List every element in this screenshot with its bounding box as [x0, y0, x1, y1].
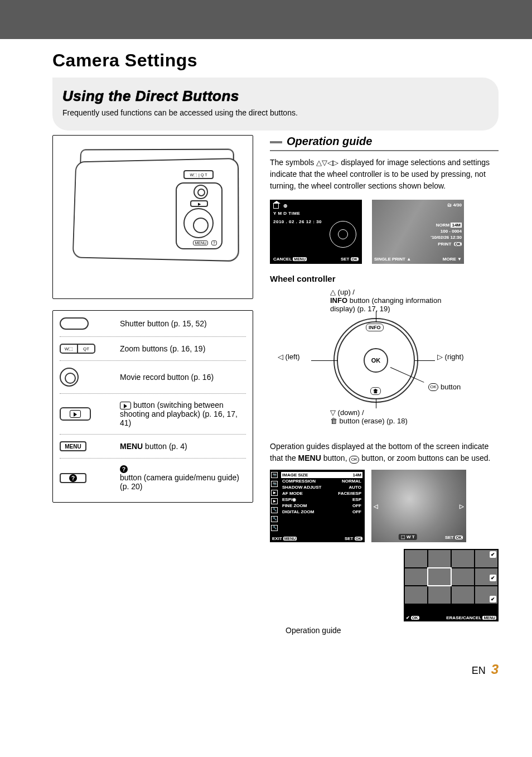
dial-icon [330, 221, 356, 248]
camera-illustration: W⬚ | Q T ▶ MENU? [60, 142, 246, 287]
wheel-left-label: ◁ (left) [278, 353, 300, 361]
wheel-diagram: △ (up) / INFO button (changing informati… [270, 288, 499, 433]
ok-inline-icon: OK [349, 456, 359, 464]
camera-play-icon: ▶ [190, 200, 208, 207]
shutter-icon [60, 317, 89, 330]
up-arrow-icon: ▲ [407, 257, 411, 262]
shutter-label: Shutter button (p. 15, 52) [120, 319, 246, 328]
operation-guide-caption: Operation guide [286, 626, 499, 635]
camera-zoom-icon: W⬚ | Q T [183, 170, 214, 179]
page-content: Camera Settings Using the Direct Buttons… [0, 39, 532, 657]
world-icon: ⊕ [283, 203, 288, 209]
camera-illustration-panel: W⬚ | Q T ▶ MENU? [52, 135, 253, 299]
playback-button-icon [60, 407, 91, 421]
right-arrow-icon: ▷ [460, 503, 464, 509]
zoom-label: Zoom buttons (p. 16, 19) [120, 344, 246, 353]
ok-small-icon: OK [428, 383, 438, 391]
zoom-buttons-icon: W⬚ Q T [60, 344, 95, 354]
ok-center-icon: OK [364, 348, 388, 373]
section-subtitle: Using the Direct Buttons [62, 88, 485, 105]
play2-icon: ▶ [271, 490, 278, 496]
zoom-preview-screen: ◁▷ ⬚ W T SETOK [371, 470, 466, 542]
menu-button-icon: MENU [60, 441, 86, 451]
footer-lang: EN [472, 665, 486, 677]
playback-screen: 🗂 4/30 NORM 14M 100 - 0004 '10/02/26 12:… [372, 200, 464, 264]
op-guide-intro: The symbols △▽◁▷ displayed for image sel… [270, 157, 499, 192]
camera-wheel-icon [183, 208, 214, 238]
help-label: ? button (camera guide/menu guide) (p. 2… [120, 465, 246, 491]
left-arrow-icon: ◁ [374, 503, 378, 509]
wheel-controller-heading: Wheel controller [270, 274, 499, 283]
playback-inline-icon [120, 402, 131, 409]
wrench3-icon: 🔧 [271, 525, 278, 531]
camera-record-icon [194, 185, 208, 199]
check-icon: ✔ [490, 575, 496, 581]
help-button-icon: ? [60, 473, 86, 483]
section-box: Using the Direct Buttons Frequently used… [52, 78, 499, 131]
wheel-ok-label: OK button [428, 383, 461, 391]
op-guide-bottom-text: Operation guides displayed at the bottom… [270, 441, 499, 464]
wrench1-icon: 🔧 [271, 507, 278, 513]
ymd-header: Y M D TIME [273, 211, 359, 216]
home-icon [273, 203, 279, 209]
footer-page-number: 3 [491, 662, 499, 677]
movie-record-icon [60, 368, 79, 387]
button-list-panel: Shutter button (p. 15, 52) W⬚ Q T Zoom b… [52, 310, 253, 503]
date-setting-screen: ⊕ Y M D TIME 2010 . 02 . 26 12 : 30 CANC… [270, 200, 362, 264]
playback-meta: NORM 14M 100 - 0004 '10/02/26 12:30 PRIN… [431, 222, 462, 247]
operation-guide-heading: Operation guide [270, 135, 499, 151]
zoom-control: ⬚ W T [399, 534, 417, 540]
menu-label: MENU button (p. 4) [120, 442, 246, 451]
wheel-right-label: ▷ (right) [437, 353, 464, 361]
section-desc: Frequently used functions can be accesse… [62, 108, 485, 117]
play3-icon: ▶ [271, 498, 278, 504]
playback-counter: 🗂 4/30 [447, 202, 462, 208]
trash-chip-icon: 🗑 [370, 387, 381, 395]
menu-rows: IMAGE SIZE14M COMPRESSIONNORMAL SHADOW A… [281, 472, 362, 515]
wheel-up-label: △ (up) / INFO button (changing informati… [330, 288, 458, 313]
top-grey-bar [0, 0, 532, 39]
menu-screen: 📷 📷 ▶ ▶ 🔧 🔧 🔧 IMAGE SIZE14M COMPRESSIONN… [270, 470, 365, 542]
check-icon: ✔ [490, 596, 496, 602]
help-inline-icon: ? [120, 465, 128, 473]
wheel-down-label: ▽ (down) /🗑 button (erase) (p. 18) [330, 408, 408, 425]
wrench2-icon: 🔧 [271, 516, 278, 522]
cam-icon: 📷 [271, 472, 278, 478]
arrow-glyphs: △▽◁▷ [316, 158, 338, 167]
info-chip-icon: INFO [366, 324, 384, 331]
playback-label: button (switching between shooting and p… [120, 401, 246, 427]
cam2-icon: 📷 [271, 481, 278, 487]
movie-label: Movie record button (p. 16) [120, 373, 246, 382]
thumbnail-screen: ✔ ✔ ✔ ✔OK ERASE/CANCELMENU [404, 549, 499, 621]
down-arrow-icon: ▼ [457, 257, 462, 262]
check-icon: ✔ [490, 551, 496, 558]
page-footer: EN 3 [0, 657, 532, 691]
page-title: Camera Settings [52, 50, 499, 71]
